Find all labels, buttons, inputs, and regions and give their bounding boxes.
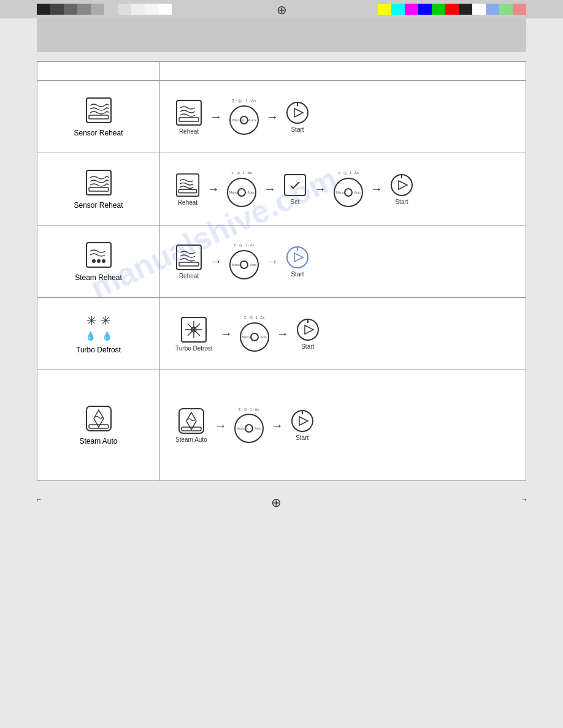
mode-label-turbo-defrost: Turbo Defrost bbox=[76, 346, 121, 354]
color-block bbox=[418, 4, 432, 15]
blue-arrow-icon: → bbox=[266, 254, 278, 268]
arrow-icon: → bbox=[266, 110, 278, 124]
svg-marker-38 bbox=[299, 417, 308, 425]
start-label-steam-auto: Start bbox=[296, 434, 308, 441]
set-label: Set bbox=[290, 199, 299, 205]
bottom-bar: ⌐ ⊕ ¬ bbox=[0, 490, 563, 515]
right-color-strip bbox=[378, 0, 526, 18]
mode-label-steam-reheat: Steam Reheat bbox=[75, 273, 122, 282]
color-block bbox=[378, 4, 391, 15]
reheat-label-steam: Reheat bbox=[179, 273, 199, 279]
arrow-icon: → bbox=[220, 327, 232, 341]
color-block bbox=[158, 4, 172, 15]
dial-icon-2b: Manual Auto bbox=[334, 178, 363, 207]
step-start: Start bbox=[286, 101, 309, 133]
header-gray-area bbox=[37, 18, 526, 52]
svg-point-17 bbox=[97, 259, 101, 263]
dial-icon-turbo: Manual Auto bbox=[240, 322, 269, 352]
dial-icon: Manual Auto bbox=[229, 105, 259, 135]
color-block bbox=[91, 4, 104, 15]
step-dial-2b: Σ · ◎ · 1 · Δs Manual Auto bbox=[334, 171, 363, 207]
left-cell-sensor-reheat-2: Sensor Reheat bbox=[37, 153, 160, 225]
color-block bbox=[64, 4, 77, 15]
right-cell-sensor-reheat-1: Reheat → Σ · ◎ · 1 · Δs Manual Auto → bbox=[160, 81, 526, 153]
color-block bbox=[131, 4, 145, 15]
steam-auto-button-icon bbox=[178, 408, 205, 434]
arrow-icon: → bbox=[215, 419, 227, 433]
mode-label-sensor-reheat-2: Sensor Reheat bbox=[74, 201, 123, 210]
left-cell-turbo-defrost: ✳ ✳ 💧 💧 Turbo Defrost bbox=[37, 298, 160, 370]
left-color-strip bbox=[37, 0, 172, 18]
arrow-icon: → bbox=[210, 110, 222, 124]
svg-point-16 bbox=[92, 259, 96, 263]
reheat-button-icon-2 bbox=[175, 173, 200, 197]
color-block bbox=[405, 4, 418, 15]
start-label-turbo: Start bbox=[301, 343, 314, 350]
dial-icon-2a: Manual Auto bbox=[227, 178, 256, 207]
svg-marker-13 bbox=[399, 181, 407, 189]
step-start-turbo: Start bbox=[296, 318, 320, 350]
steam-reheat-icon bbox=[85, 241, 112, 268]
instruction-table: Sensor Reheat Reheat → Σ · ◎ · 1 · Δs bbox=[37, 61, 526, 481]
arrow-icon: → bbox=[370, 182, 383, 196]
svg-rect-3 bbox=[179, 118, 199, 121]
color-block bbox=[513, 4, 526, 15]
color-block bbox=[391, 4, 405, 15]
color-block bbox=[37, 4, 50, 15]
arrow-icon: → bbox=[277, 327, 289, 341]
svg-rect-1 bbox=[89, 115, 109, 119]
color-block bbox=[50, 4, 64, 15]
step-steam-auto-button: Steam Auto bbox=[175, 408, 207, 443]
steam-auto-icon bbox=[85, 405, 112, 432]
reheat-button-icon-3 bbox=[175, 244, 202, 271]
color-block bbox=[145, 4, 158, 15]
table-row-turbo-defrost: ✳ ✳ 💧 💧 Turbo Defrost bbox=[37, 298, 526, 370]
sensor-reheat-icon bbox=[85, 97, 112, 124]
step-dial-turbo: Σ · ◎ · 1 · Δs Manual Auto bbox=[240, 316, 269, 351]
svg-rect-20 bbox=[179, 262, 199, 266]
color-block bbox=[104, 4, 118, 15]
color-block bbox=[77, 4, 91, 15]
steam-auto-label: Steam Auto bbox=[175, 436, 207, 443]
sensor-reheat-icon-2 bbox=[85, 169, 112, 196]
reheat-button-icon bbox=[175, 99, 202, 126]
bottom-right-corner: ¬ bbox=[522, 495, 526, 510]
droplet-icon-2: 💧 bbox=[102, 331, 112, 341]
step-dial-2a: Σ · ◎ · 1 · Δs Manual Auto bbox=[227, 171, 256, 207]
start-icon-turbo bbox=[296, 318, 320, 341]
step-start-2: Start bbox=[390, 173, 413, 205]
step-turbo-button: Turbo Defrost bbox=[175, 316, 213, 352]
svg-rect-8 bbox=[89, 188, 109, 191]
set-icon bbox=[283, 173, 307, 197]
dial-icon-steam: Manual Auto bbox=[229, 250, 259, 279]
header-left-cell bbox=[37, 62, 160, 80]
start-label-2: Start bbox=[395, 199, 408, 205]
table-row: Sensor Reheat Reheat → Σ · ◎ · 1 · Δs bbox=[37, 81, 526, 153]
table-row: Sensor Reheat Reheat → Σ · ◎ · 1 · Δs Ma… bbox=[37, 153, 526, 226]
arrow-icon: → bbox=[207, 182, 220, 196]
header-right-cell bbox=[160, 62, 526, 80]
step-dial-steam: Σ · ◎ · 1 · Δs Manual Auto bbox=[229, 243, 259, 279]
start-label-steam: Start bbox=[291, 271, 304, 278]
svg-rect-10 bbox=[178, 189, 196, 192]
top-color-bar: ⊕ bbox=[0, 0, 563, 18]
mode-label-steam-auto: Steam Auto bbox=[79, 437, 117, 446]
bottom-left-corner: ⌐ bbox=[37, 495, 41, 510]
step-start-steam-auto: Start bbox=[291, 409, 314, 441]
snowflake-icon-2: ✳ bbox=[101, 313, 111, 328]
arrow-icon: → bbox=[314, 182, 326, 196]
start-label: Start bbox=[291, 126, 304, 133]
step-dial-1: Σ · ◎ · 1 · Δs Manual Auto bbox=[229, 99, 259, 135]
step-reheat-button-2: Reheat bbox=[175, 173, 200, 206]
left-cell-steam-auto: Steam Auto bbox=[37, 370, 160, 480]
arrow-icon: → bbox=[271, 419, 283, 433]
step-dial-steam-auto: Σ · ◎ · 1 · Δs Manual Auto bbox=[234, 408, 264, 443]
color-block bbox=[118, 4, 131, 15]
svg-marker-5 bbox=[294, 108, 303, 117]
right-cell-steam-auto: Steam Auto → Σ · ◎ · 1 · Δs Manual Auto … bbox=[160, 370, 526, 480]
dial-icon-steam-auto: Manual Auto bbox=[234, 414, 264, 443]
color-block bbox=[445, 4, 459, 15]
right-cell-turbo-defrost: Turbo Defrost → Σ · ◎ · 1 · Δs Manual Au… bbox=[160, 298, 526, 370]
start-icon-2 bbox=[390, 173, 413, 197]
right-cell-sensor-reheat-2: Reheat → Σ · ◎ · 1 · Δs Manual Auto → Se… bbox=[160, 153, 526, 225]
